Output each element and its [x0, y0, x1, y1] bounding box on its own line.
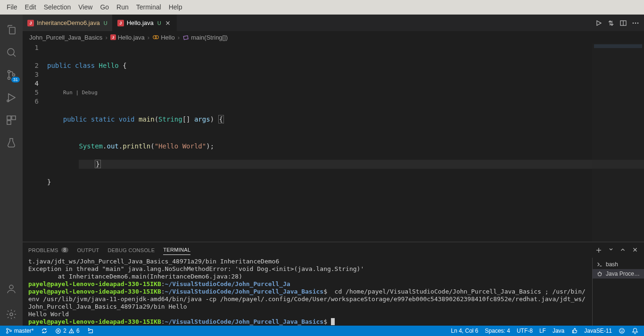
minimap[interactable] [592, 43, 644, 242]
svg-marker-5 [8, 94, 15, 101]
panel-tab-problems[interactable]: PROBLEMS 8 [28, 246, 68, 255]
codelens-run-debug[interactable]: Run | Debug [47, 88, 644, 97]
svg-point-32 [7, 328, 8, 330]
menu-terminal[interactable]: Terminal [132, 1, 165, 13]
svg-point-6 [7, 100, 9, 102]
breadcrumb-label: Hello [161, 34, 175, 41]
run-button[interactable] [595, 19, 603, 27]
explorer-icon[interactable] [0, 18, 23, 41]
bottom-panel: PROBLEMS 8 OUTPUT DEBUG CONSOLE TERMINAL… [23, 242, 644, 326]
svg-line-31 [601, 273, 602, 273]
scm-badge: 31 [11, 77, 20, 82]
panel-tab-output[interactable]: OUTPUT [77, 246, 99, 255]
new-terminal-icon[interactable] [595, 246, 603, 254]
extensions-icon[interactable] [0, 109, 23, 131]
svg-point-10 [9, 285, 13, 289]
testing-icon[interactable] [0, 131, 23, 154]
run-debug-icon[interactable] [0, 86, 23, 109]
svg-point-41 [619, 328, 625, 334]
close-panel-icon[interactable] [632, 246, 638, 254]
svg-point-43 [622, 330, 623, 330]
menu-file[interactable]: File [3, 1, 21, 13]
terminal-entry-label: Java Proce… [606, 270, 640, 277]
svg-point-11 [10, 313, 13, 316]
svg-rect-22 [183, 36, 188, 40]
editor-tabs: J InheritanceDemo6.java U J Hello.java U [23, 15, 644, 31]
svg-point-0 [8, 49, 14, 55]
svg-point-21 [155, 36, 158, 39]
breadcrumb-label: main(String[]) [191, 34, 228, 41]
panel-tab-terminal[interactable]: TERMINAL [163, 245, 190, 255]
source-control-icon[interactable]: 31 [0, 64, 23, 86]
status-cursor[interactable]: Ln 4, Col 6 [449, 328, 480, 334]
breadcrumb-class[interactable]: Hello [152, 34, 175, 41]
search-icon[interactable] [0, 41, 23, 64]
status-sync[interactable] [39, 328, 50, 334]
breadcrumb-method[interactable]: main(String[]) [182, 34, 228, 41]
accounts-icon[interactable] [0, 278, 23, 300]
tab-label: Hello.java [127, 19, 154, 26]
status-bar: master* 2 6 Ln 4, Col 6 Spaces: 4 UTF-8 … [0, 326, 644, 336]
menu-selection[interactable]: Selection [40, 1, 75, 13]
breadcrumb-file[interactable]: J Hello.java [110, 34, 145, 41]
maximize-panel-icon[interactable] [619, 246, 626, 254]
status-jdk[interactable]: JavaSE-11 [582, 328, 614, 334]
svg-point-19 [637, 22, 639, 24]
svg-rect-8 [12, 116, 16, 120]
svg-point-4 [13, 74, 15, 76]
menu-go[interactable]: Go [96, 1, 113, 13]
terminal-entry-label: bash [606, 261, 618, 268]
status-debug-hint[interactable] [85, 328, 96, 334]
more-icon[interactable] [632, 19, 639, 27]
split-editor-icon[interactable] [619, 19, 627, 27]
menu-edit[interactable]: Edit [21, 1, 40, 13]
status-language[interactable]: Java [551, 328, 566, 334]
tab-inheritancedemo6[interactable]: J InheritanceDemo6.java U [23, 15, 113, 31]
terminal-entry-bash[interactable]: bash [593, 260, 644, 269]
java-file-icon: J [27, 20, 34, 26]
svg-rect-9 [7, 121, 11, 124]
status-spaces[interactable]: Spaces: 4 [483, 328, 512, 334]
status-bell-icon[interactable] [630, 328, 640, 334]
svg-point-28 [598, 272, 602, 276]
problems-count-badge: 8 [61, 247, 69, 253]
svg-point-3 [8, 77, 10, 80]
line-gutter: 1 2 3 4 5 6 [23, 43, 47, 242]
breadcrumb-folder[interactable]: John_Purcell_Java_Basics [29, 34, 102, 41]
tab-hello[interactable]: J Hello.java U [113, 15, 177, 31]
status-feedback-icon[interactable] [617, 328, 627, 334]
terminal-icon [596, 261, 603, 268]
svg-point-34 [10, 330, 12, 332]
menu-run[interactable]: Run [113, 1, 132, 13]
compare-icon[interactable] [607, 19, 615, 27]
menu-view[interactable]: View [74, 1, 96, 13]
svg-marker-14 [597, 21, 601, 25]
status-eol[interactable]: LF [537, 328, 548, 334]
terminal-entry-java[interactable]: Java Proce… [593, 269, 644, 279]
class-symbol-icon [152, 34, 159, 41]
tab-git-status: U [104, 20, 107, 26]
status-branch[interactable]: master* [4, 328, 35, 334]
svg-line-1 [13, 54, 16, 57]
panel-tab-debug-console[interactable]: DEBUG CONSOLE [107, 246, 155, 255]
breadcrumb-label: Hello.java [118, 34, 145, 41]
terminal-dropdown-icon[interactable] [608, 246, 614, 254]
status-problems[interactable]: 2 6 [53, 328, 81, 334]
code-editor[interactable]: 1 2 3 4 5 6 public class Hello { Run | D… [23, 43, 644, 242]
settings-gear-icon[interactable] [0, 303, 23, 326]
menu-help[interactable]: Help [165, 1, 186, 13]
activity-bar: 31 [0, 15, 23, 326]
method-symbol-icon [182, 34, 189, 41]
close-icon[interactable] [164, 19, 172, 27]
svg-point-39 [71, 332, 72, 332]
svg-point-2 [8, 71, 10, 73]
status-encoding[interactable]: UTF-8 [515, 328, 535, 334]
status-thumbs-icon[interactable] [569, 328, 579, 334]
tab-git-status: U [157, 20, 161, 26]
terminal-output[interactable]: t.java/jdt_ws/John_Purcell_Java_Basics_4… [23, 258, 592, 326]
svg-line-30 [598, 273, 599, 273]
tab-label: InheritanceDemo6.java [37, 19, 100, 26]
svg-marker-40 [88, 328, 90, 331]
breadcrumbs[interactable]: John_Purcell_Java_Basics › J Hello.java … [23, 31, 644, 43]
svg-rect-7 [7, 116, 11, 120]
